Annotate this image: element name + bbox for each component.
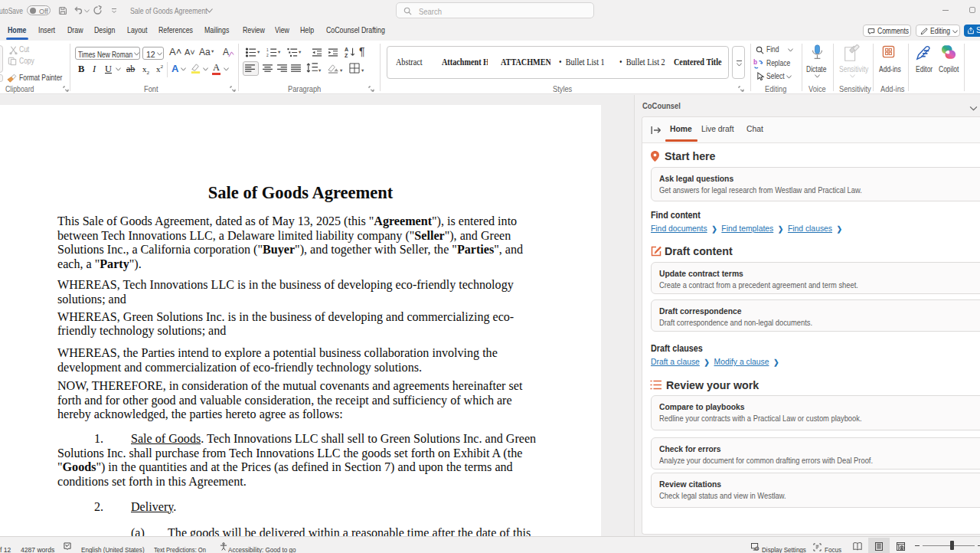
svg-text:A: A <box>345 47 348 52</box>
svg-text:a: a <box>756 546 758 551</box>
svg-text:1: 1 <box>266 48 269 52</box>
svg-text:Z: Z <box>345 53 348 57</box>
svg-text:2: 2 <box>266 54 269 57</box>
svg-text:b: b <box>753 59 757 66</box>
